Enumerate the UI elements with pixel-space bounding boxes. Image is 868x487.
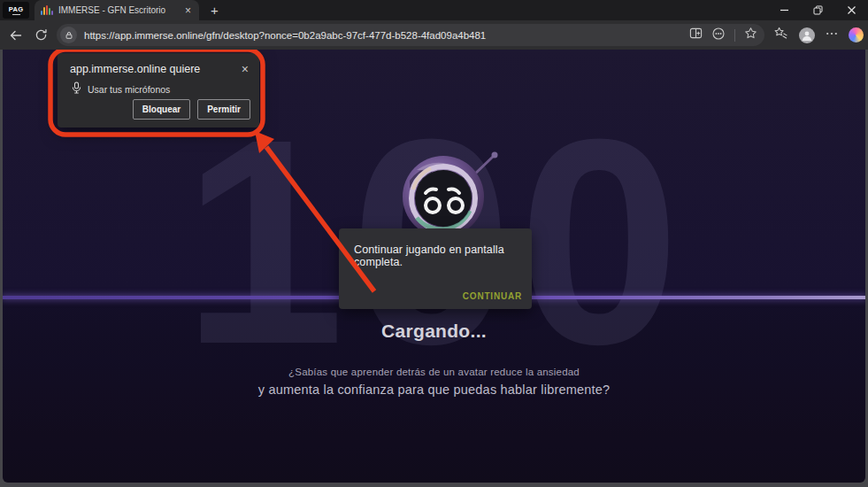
close-window-button[interactable] [834,0,868,20]
permission-close-icon[interactable]: × [242,63,249,75]
workspace-badge-label: PAG [9,5,24,13]
new-tab-button[interactable]: + [211,4,219,17]
split-screen-icon[interactable] [689,27,703,43]
mic-permission-popup: app.immerse.online quiere × Usar tus mic… [58,53,259,128]
copilot-icon[interactable] [849,27,864,43]
profile-avatar[interactable] [799,27,815,43]
favorite-star-icon[interactable] [744,27,757,43]
allow-button[interactable]: Permitir [197,99,250,120]
browser-toolbar: https://app.immerse.online/gfn/desktop?n… [0,20,868,50]
tab-strip: PAG IMMERSE - GFN Escritorio × + [0,0,868,20]
tab-close-icon[interactable]: × [183,5,193,16]
tip-line-2: y aumenta la confianza para que puedas h… [3,383,865,397]
workspace-badge[interactable]: PAG [3,2,29,19]
browser-window: PAG IMMERSE - GFN Escritorio × + http [0,0,868,487]
address-bar[interactable]: https://app.immerse.online/gfn/desktop?n… [57,24,764,46]
tab-title: IMMERSE - GFN Escritorio [58,5,178,15]
minimize-button[interactable] [767,0,801,20]
robot-avatar [390,147,502,232]
restore-button[interactable] [801,0,834,20]
continue-button[interactable]: CONTINUAR [463,291,522,301]
tip-line-1: ¿Sabías que aprender detrás de un avatar… [3,367,865,377]
site-tools-icon[interactable] [711,27,726,44]
page-content: 100 [3,50,865,483]
url-text[interactable]: https://app.immerse.online/gfn/desktop?n… [84,30,682,41]
fullscreen-dialog: Continuar jugando en pantalla completa. … [339,228,532,309]
favorites-hub-icon[interactable] [773,26,788,44]
loading-text: Cargando... [3,321,865,342]
block-button[interactable]: Bloquear [133,99,190,120]
permission-request-text: Usar tus micrófonos [88,84,170,95]
tab-immerse[interactable]: IMMERSE - GFN Escritorio × [35,0,199,20]
site-permissions-lock-icon[interactable] [60,27,77,43]
fullscreen-dialog-message: Continuar jugando en pantalla completa. [339,228,532,268]
immerse-favicon-icon [41,5,53,15]
settings-menu-icon[interactable] [826,27,838,43]
back-button[interactable] [4,28,28,43]
microphone-icon [72,81,81,97]
permission-title: app.immerse.online quiere [70,63,242,75]
refresh-button[interactable] [28,28,53,42]
